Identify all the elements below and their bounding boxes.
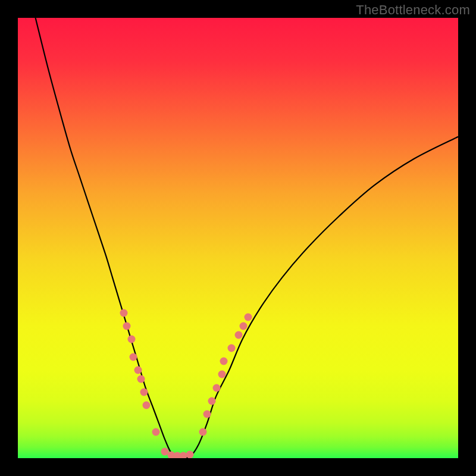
data-point [203, 411, 211, 418]
data-point [123, 322, 130, 330]
watermark-text: TheBottleneck.com [356, 2, 470, 18]
chart-frame: TheBottleneck.com [0, 0, 476, 476]
data-point [245, 314, 252, 321]
data-point [137, 375, 145, 383]
plot-area [18, 18, 458, 458]
data-point [120, 309, 127, 317]
data-point [134, 367, 142, 374]
data-point [208, 397, 215, 405]
data-point [213, 384, 221, 392]
data-point [129, 353, 137, 361]
data-point [199, 428, 206, 436]
data-point [220, 358, 227, 365]
data-point [140, 389, 148, 396]
data-point [239, 322, 247, 330]
data-point [186, 451, 193, 458]
data-point [227, 345, 235, 352]
data-point [152, 428, 160, 436]
data-point [127, 336, 135, 343]
data-point [218, 371, 226, 378]
data-point [143, 402, 151, 409]
data-point [235, 331, 243, 339]
dots-layer [18, 18, 458, 458]
